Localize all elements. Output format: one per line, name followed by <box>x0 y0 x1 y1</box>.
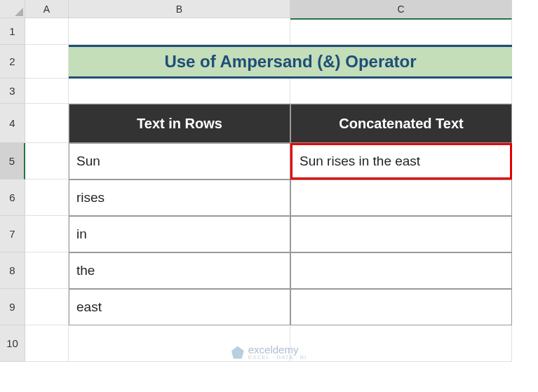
cell-B5[interactable]: Sun <box>69 143 290 180</box>
cell-C5[interactable]: Sun rises in the east <box>290 143 512 180</box>
cell-A4[interactable] <box>25 104 69 143</box>
table-header-concatenated-text[interactable]: Concatenated Text <box>290 104 512 143</box>
spreadsheet-grid: A B C 1 2 Use of Ampersand (&) Operator … <box>0 0 538 362</box>
cell-A7[interactable] <box>25 216 69 252</box>
row-header-6[interactable]: 6 <box>0 180 25 216</box>
row-header-5[interactable]: 5 <box>0 143 25 180</box>
cell-A6[interactable] <box>25 180 69 216</box>
row-header-9[interactable]: 9 <box>0 289 25 325</box>
cell-B1[interactable] <box>69 18 290 45</box>
watermark-name: exceldemy <box>248 344 307 355</box>
row-header-10[interactable]: 10 <box>0 325 25 362</box>
cell-B6[interactable]: rises <box>69 180 290 216</box>
col-header-B[interactable]: B <box>69 0 290 18</box>
cell-A3[interactable] <box>25 79 69 104</box>
row-header-2[interactable]: 2 <box>0 45 25 79</box>
cell-B3[interactable] <box>69 79 290 104</box>
watermark-tagline: EXCEL · DATA · BI <box>248 355 307 360</box>
row-header-1[interactable]: 1 <box>0 18 25 45</box>
cell-A5[interactable] <box>25 143 69 180</box>
table-header-text-in-rows[interactable]: Text in Rows <box>69 104 290 143</box>
cell-C8[interactable] <box>290 252 512 289</box>
cell-B9[interactable]: east <box>69 289 290 325</box>
row-header-8[interactable]: 8 <box>0 252 25 289</box>
row-header-3[interactable]: 3 <box>0 79 25 104</box>
cell-A1[interactable] <box>25 18 69 45</box>
watermark: exceldemy EXCEL · DATA · BI <box>231 344 307 360</box>
select-all-corner[interactable] <box>0 0 25 18</box>
cell-C6[interactable] <box>290 180 512 216</box>
watermark-logo-icon <box>231 346 244 359</box>
row-header-7[interactable]: 7 <box>0 216 25 252</box>
cell-C10[interactable] <box>290 325 512 362</box>
cell-C9[interactable] <box>290 289 512 325</box>
cell-A10[interactable] <box>25 325 69 362</box>
cell-A2[interactable] <box>25 45 69 79</box>
title-cell[interactable]: Use of Ampersand (&) Operator <box>69 45 512 79</box>
col-header-C[interactable]: C <box>290 0 512 18</box>
cell-C7[interactable] <box>290 216 512 252</box>
cell-B7[interactable]: in <box>69 216 290 252</box>
cell-A8[interactable] <box>25 252 69 289</box>
cell-B8[interactable]: the <box>69 252 290 289</box>
cell-A9[interactable] <box>25 289 69 325</box>
cell-C1[interactable] <box>290 18 512 45</box>
row-header-4[interactable]: 4 <box>0 104 25 143</box>
col-header-A[interactable]: A <box>25 0 69 18</box>
watermark-text-stack: exceldemy EXCEL · DATA · BI <box>248 344 307 360</box>
cell-C3[interactable] <box>290 79 512 104</box>
